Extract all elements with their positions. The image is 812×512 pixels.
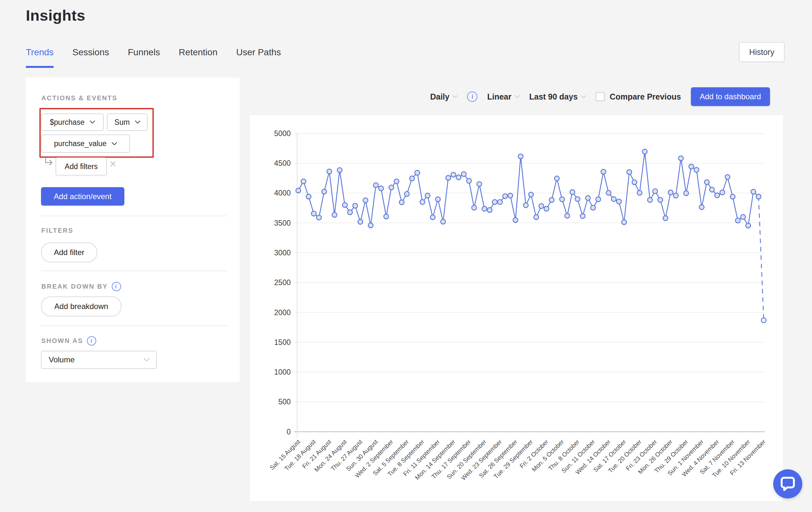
data-point <box>580 214 585 218</box>
data-point <box>404 192 409 196</box>
data-point <box>306 194 311 199</box>
y-axis-labels: 0500100015002000250030003500400045005000 <box>274 129 291 436</box>
data-point <box>477 182 482 187</box>
data-point <box>342 203 347 208</box>
data-point <box>570 190 575 195</box>
divider <box>41 216 227 216</box>
remove-event-icon[interactable]: ✕ <box>109 160 117 169</box>
trend-chart[interactable]: 0500100015002000250030003500400045005000… <box>250 115 783 501</box>
data-point <box>591 205 596 210</box>
data-point <box>689 164 694 169</box>
svg-text:2000: 2000 <box>274 308 291 317</box>
data-point <box>317 215 321 220</box>
data-point <box>379 186 383 191</box>
tab-funnels[interactable]: Funnels <box>128 47 160 68</box>
svg-text:0: 0 <box>287 428 291 436</box>
data-point <box>555 176 559 181</box>
data-point <box>524 203 528 208</box>
chat-launcher-button[interactable] <box>773 469 802 498</box>
data-point <box>756 194 761 199</box>
data-point <box>653 189 658 194</box>
data-point <box>451 172 456 177</box>
tab-user-paths[interactable]: User Paths <box>236 47 281 68</box>
data-point <box>322 189 326 194</box>
data-point <box>715 193 720 198</box>
info-icon[interactable]: i <box>112 282 121 291</box>
data-point <box>673 193 678 198</box>
svg-text:3500: 3500 <box>274 219 291 227</box>
data-point <box>456 175 461 180</box>
data-point <box>637 190 642 195</box>
y-gridlines <box>294 134 765 432</box>
svg-text:1500: 1500 <box>274 338 291 347</box>
property-select[interactable]: purchase_value <box>41 134 130 153</box>
data-point <box>539 204 544 209</box>
data-point <box>668 190 673 195</box>
data-point <box>384 214 388 219</box>
data-point <box>761 318 766 323</box>
data-point <box>513 218 518 222</box>
data-point <box>560 197 564 202</box>
data-points[interactable] <box>296 149 766 323</box>
aggregation-select[interactable]: Sum <box>107 113 148 131</box>
data-point <box>399 200 404 205</box>
svg-text:1000: 1000 <box>274 368 291 376</box>
history-button[interactable]: History <box>739 42 785 62</box>
data-point <box>709 187 715 192</box>
add-filters-button[interactable]: Add filters <box>56 157 107 176</box>
svg-text:3000: 3000 <box>274 248 291 257</box>
x-axis-labels: Sat. 15 AugustTue. 18 AugustFri. 21 Augu… <box>268 438 767 482</box>
data-point <box>627 170 632 174</box>
data-point <box>518 154 523 159</box>
data-point <box>730 194 735 199</box>
scale-dropdown[interactable]: Linear <box>487 92 519 102</box>
add-to-dashboard-button[interactable]: Add to dashboard <box>691 87 770 106</box>
shown-as-title: SHOWN AS i <box>41 336 96 346</box>
event-select[interactable]: $purchase <box>41 113 104 131</box>
data-point <box>751 189 756 194</box>
add-breakdown-button[interactable]: Add breakdown <box>41 296 121 317</box>
data-point <box>332 212 337 217</box>
data-point <box>617 199 621 204</box>
page-title: Insights <box>26 6 85 24</box>
tab-trends[interactable]: Trends <box>26 47 54 68</box>
data-point <box>746 223 751 228</box>
info-icon[interactable]: i <box>87 336 96 346</box>
info-icon[interactable]: i <box>467 91 477 102</box>
data-point <box>741 215 746 219</box>
data-point <box>544 206 549 211</box>
add-filter-button[interactable]: Add filter <box>41 242 97 263</box>
insights-page: Insights Trends Sessions Funnels Retenti… <box>0 0 812 512</box>
data-point <box>586 195 590 200</box>
data-point <box>353 203 357 208</box>
data-point <box>415 170 419 175</box>
tab-retention[interactable]: Retention <box>179 47 218 68</box>
query-sidebar: ACTIONS & EVENTS $purchase Sum purchase_… <box>26 78 240 382</box>
data-point <box>565 213 570 218</box>
data-point <box>497 200 502 205</box>
data-point <box>647 197 652 203</box>
chevron-down-icon <box>90 120 95 124</box>
granularity-dropdown[interactable]: Daily <box>430 92 458 102</box>
data-point <box>704 180 709 185</box>
data-point <box>389 185 394 190</box>
shown-as-select[interactable]: Volume <box>41 351 157 369</box>
tab-sessions[interactable]: Sessions <box>72 47 109 68</box>
data-point <box>684 191 689 195</box>
shown-as-value: Volume <box>49 355 75 364</box>
compare-previous-checkbox[interactable] <box>596 92 605 101</box>
divider <box>41 325 227 326</box>
data-point <box>296 188 301 193</box>
data-point <box>430 215 435 220</box>
data-point <box>699 205 704 210</box>
data-point <box>694 167 699 172</box>
data-point <box>420 200 425 205</box>
data-point <box>368 223 373 228</box>
svg-text:500: 500 <box>279 398 291 406</box>
data-point <box>363 198 368 203</box>
date-range-dropdown[interactable]: Last 90 days <box>529 92 586 102</box>
add-action-event-button[interactable]: Add action/event <box>41 187 124 206</box>
svg-text:4000: 4000 <box>274 189 291 197</box>
data-point <box>596 197 601 202</box>
data-point <box>301 179 306 184</box>
